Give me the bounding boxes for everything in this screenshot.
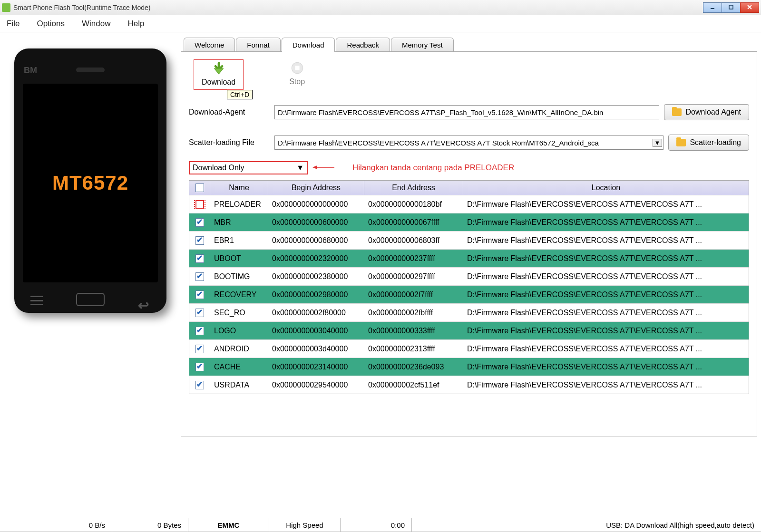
annotation-arrow-icon	[312, 164, 334, 171]
cell-end: 0x00000000236de093	[364, 363, 463, 371]
col-location[interactable]: Location	[463, 181, 749, 195]
cell-name: BOOTIMG	[210, 272, 268, 281]
scatter-file-value[interactable]: D:\Firmware Flash\EVERCOSS\EVERCOSS A7T\…	[278, 139, 653, 147]
cell-end: 0x000000002cf511ef	[364, 381, 463, 389]
row-checkbox[interactable]	[195, 200, 204, 209]
table-row[interactable]: MBR0x00000000006000000x0000000000067ffff…	[189, 213, 749, 231]
cell-end: 0x000000000333ffff	[364, 327, 463, 335]
folder-icon	[676, 139, 686, 146]
device-image: BM MT6572 ↩	[14, 48, 166, 313]
cell-begin: 0x0000000029540000	[268, 381, 364, 389]
table-row[interactable]: EBR10x00000000006800000x00000000006803ff…	[189, 231, 749, 249]
row-checkbox[interactable]	[195, 236, 204, 245]
status-mode: USB: DA Download All(high speed,auto det…	[412, 518, 761, 532]
row-checkbox[interactable]	[195, 272, 204, 281]
table-row[interactable]: SEC_RO0x0000000002f800000x0000000002fbff…	[189, 303, 749, 321]
tab-strip: Welcome Format Download Readback Memory …	[181, 38, 757, 52]
cell-location: D:\Firmware Flash\EVERCOSS\EVERCOSS A7T\…	[463, 309, 749, 317]
menu-file[interactable]: File	[4, 18, 22, 29]
row-checkbox[interactable]	[195, 254, 204, 263]
status-storage: EMMC	[188, 518, 269, 532]
row-checkbox[interactable]	[195, 381, 204, 389]
row-checkbox[interactable]	[195, 218, 204, 227]
table-row[interactable]: RECOVERY0x00000000029800000x0000000002f7…	[189, 285, 749, 303]
cell-end: 0x0000000000067ffff	[364, 218, 463, 227]
cell-location: D:\Firmware Flash\EVERCOSS\EVERCOSS A7T\…	[463, 200, 749, 209]
row-checkbox[interactable]	[195, 345, 204, 353]
scatter-loading-button[interactable]: Scatter-loading	[668, 135, 749, 151]
download-button-label: Download	[202, 78, 235, 87]
cell-end: 0x000000000237ffff	[364, 254, 463, 263]
col-name[interactable]: Name	[210, 181, 268, 195]
menu-help[interactable]: Help	[125, 18, 147, 29]
stop-button[interactable]: Stop	[282, 59, 312, 89]
cell-begin: 0x0000000023140000	[268, 363, 364, 371]
col-end[interactable]: End Address	[364, 181, 463, 195]
minimize-button[interactable]	[703, 2, 722, 13]
cell-end: 0x00000000006803ff	[364, 236, 463, 245]
table-row[interactable]: UBOOT0x00000000023200000x000000000237fff…	[189, 249, 749, 267]
tab-welcome[interactable]: Welcome	[184, 38, 235, 52]
cell-name: RECOVERY	[210, 290, 268, 299]
row-checkbox[interactable]	[195, 327, 204, 335]
download-mode-select[interactable]: Download Only ▼	[189, 161, 308, 174]
menu-window[interactable]: Window	[79, 18, 113, 29]
svg-rect-6	[295, 66, 299, 70]
tab-memtest[interactable]: Memory Test	[391, 38, 454, 52]
cell-begin: 0x0000000000600000	[268, 218, 364, 227]
tab-download[interactable]: Download	[282, 38, 335, 52]
cell-begin: 0x0000000000680000	[268, 236, 364, 245]
table-row[interactable]: PRELOADER0x00000000000000000x00000000000…	[189, 195, 749, 213]
status-link: High Speed	[269, 518, 341, 532]
download-agent-input[interactable]	[274, 105, 659, 119]
select-all-checkbox[interactable]	[195, 184, 204, 192]
cell-location: D:\Firmware Flash\EVERCOSS\EVERCOSS A7T\…	[463, 254, 749, 263]
tab-format[interactable]: Format	[236, 38, 281, 52]
svg-rect-1	[729, 5, 733, 9]
menu-options[interactable]: Options	[34, 18, 68, 29]
cell-name: CACHE	[210, 363, 268, 371]
table-row[interactable]: CACHE0x00000000231400000x00000000236de09…	[189, 358, 749, 376]
status-speed: 0 B/s	[0, 518, 112, 532]
scatter-dropdown-icon[interactable]: ▼	[653, 139, 663, 147]
left-pane: BM MT6572 ↩	[0, 32, 181, 512]
app-icon	[2, 3, 10, 12]
row-checkbox[interactable]	[195, 309, 204, 317]
close-button[interactable]	[740, 2, 759, 13]
device-back-icon: ↩	[138, 298, 152, 308]
table-row[interactable]: BOOTIMG0x00000000023800000x000000000297f…	[189, 267, 749, 285]
svg-marker-8	[312, 165, 317, 169]
chevron-down-icon: ▼	[296, 164, 304, 172]
cell-name: SEC_RO	[210, 309, 268, 317]
download-arrow-icon	[212, 62, 226, 75]
table-row[interactable]: LOGO0x00000000030400000x000000000333ffff…	[189, 321, 749, 339]
col-begin[interactable]: Begin Address	[268, 181, 364, 195]
status-time: 0:00	[341, 518, 412, 532]
cell-name: ANDROID	[210, 345, 268, 353]
cell-end: 0x00000000000180bf	[364, 200, 463, 209]
speaker-icon	[76, 68, 105, 72]
cell-name: PRELOADER	[210, 200, 268, 209]
cell-end: 0x0000000002f7ffff	[364, 290, 463, 299]
download-agent-button[interactable]: Download Agent	[664, 104, 749, 120]
table-row[interactable]: USRDATA0x00000000295400000x000000002cf51…	[189, 376, 749, 394]
cell-name: MBR	[210, 218, 268, 227]
cell-location: D:\Firmware Flash\EVERCOSS\EVERCOSS A7T\…	[463, 381, 749, 389]
cell-location: D:\Firmware Flash\EVERCOSS\EVERCOSS A7T\…	[463, 236, 749, 245]
cell-end: 0x000000000297ffff	[364, 272, 463, 281]
cell-location: D:\Firmware Flash\EVERCOSS\EVERCOSS A7T\…	[463, 345, 749, 353]
stop-icon	[290, 61, 304, 75]
tab-readback[interactable]: Readback	[336, 38, 390, 52]
table-row[interactable]: ANDROID0x0000000003d400000x000000002313f…	[189, 339, 749, 358]
cell-location: D:\Firmware Flash\EVERCOSS\EVERCOSS A7T\…	[463, 327, 749, 335]
status-bytes: 0 Bytes	[112, 518, 188, 532]
maximize-button[interactable]	[722, 2, 741, 13]
row-checkbox[interactable]	[195, 290, 204, 299]
chipset-label: MT6572	[52, 172, 128, 194]
cell-begin: 0x0000000002980000	[268, 290, 364, 299]
download-agent-label: Download-Agent	[189, 108, 270, 116]
download-button[interactable]: Download	[194, 59, 244, 90]
svg-marker-4	[214, 68, 223, 74]
row-checkbox[interactable]	[195, 363, 204, 371]
cell-begin: 0x0000000000000000	[268, 200, 364, 209]
